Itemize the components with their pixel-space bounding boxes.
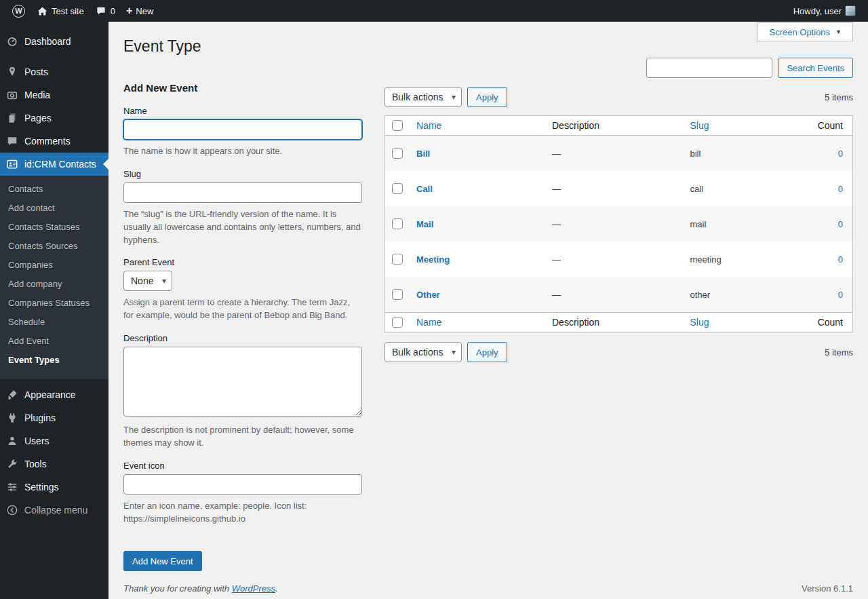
sidebar-item-appearance[interactable]: Appearance xyxy=(0,383,108,406)
search-input[interactable] xyxy=(646,58,772,78)
row-select-cell xyxy=(385,206,410,241)
comment-bubble-icon xyxy=(95,5,107,17)
event-types-table: Name Description Slug Count Bill — xyxy=(384,115,853,332)
sidebar-item-label: Settings xyxy=(24,482,59,492)
sidebar-item-tools[interactable]: Tools xyxy=(0,452,108,476)
sidebar-item-posts[interactable]: Posts xyxy=(0,60,108,83)
submenu-item-contacts-statuses[interactable]: Contacts Statuses xyxy=(0,218,108,237)
name-input[interactable] xyxy=(123,119,362,140)
count-link[interactable]: 0 xyxy=(838,254,843,265)
sidebar-item-settings[interactable]: Settings xyxy=(0,476,108,499)
sort-slug-link[interactable]: Slug xyxy=(690,120,709,131)
collapse-menu-button[interactable]: Collapse menu xyxy=(0,499,108,522)
apply-button[interactable]: Apply xyxy=(467,87,507,107)
column-footer-description: Description xyxy=(545,313,684,332)
sidebar-item-label: Plugins xyxy=(24,412,56,423)
event-icon-label: Event icon xyxy=(123,461,362,471)
event-type-link[interactable]: Other xyxy=(416,290,440,300)
table-row: Other — other 0 xyxy=(385,277,853,313)
submenu-item-contacts-sources[interactable]: Contacts Sources xyxy=(0,237,108,256)
wordpress-link[interactable]: WordPress xyxy=(232,583,275,594)
sort-name-link[interactable]: Name xyxy=(416,120,441,131)
collapse-menu-label: Collapse menu xyxy=(24,505,87,516)
column-footer-slug: Slug xyxy=(684,313,806,332)
comments-menu[interactable]: 0 xyxy=(90,0,121,22)
table-row: Bill — bill 0 xyxy=(385,136,853,172)
page-title: Event Type xyxy=(123,36,853,56)
submenu-item-add-event[interactable]: Add Event xyxy=(0,332,108,351)
parent-event-label: Parent Event xyxy=(123,257,362,267)
wordpress-logo-menu[interactable]: W xyxy=(7,0,31,22)
row-checkbox[interactable] xyxy=(392,254,403,265)
row-name-cell: Call xyxy=(410,171,545,206)
row-description-cell: — xyxy=(545,136,684,172)
row-description-cell: — xyxy=(545,241,684,277)
site-name: Test site xyxy=(52,6,84,16)
row-checkbox[interactable] xyxy=(392,183,403,194)
search-events-button[interactable]: Search Events xyxy=(778,58,853,78)
account-menu[interactable]: Howdy, user xyxy=(788,0,861,22)
event-type-link[interactable]: Mail xyxy=(416,219,433,229)
sidebar-item-plugins[interactable]: Plugins xyxy=(0,406,108,429)
name-help: The name is how it appears on your site. xyxy=(123,145,362,158)
event-type-link[interactable]: Meeting xyxy=(416,254,450,265)
count-link[interactable]: 0 xyxy=(838,290,843,300)
add-event-form: Add New Event Name The name is how it ap… xyxy=(123,58,362,571)
apply-button[interactable]: Apply xyxy=(467,342,507,362)
slug-label: Slug xyxy=(123,169,362,179)
sidebar-item-crm-contacts[interactable]: id:CRM Contacts xyxy=(0,153,108,176)
select-all-checkbox[interactable] xyxy=(392,317,403,328)
row-description-cell: — xyxy=(545,277,684,313)
row-checkbox[interactable] xyxy=(392,289,403,300)
admin-footer: Thank you for creating with WordPress. V… xyxy=(123,583,853,594)
count-link[interactable]: 0 xyxy=(838,149,843,159)
description-textarea[interactable] xyxy=(123,347,362,417)
admin-sidebar: Dashboard Posts Media Pages Comments xyxy=(0,22,108,599)
description-help: The description is not prominent by defa… xyxy=(123,424,362,450)
select-all-checkbox[interactable] xyxy=(392,120,403,131)
row-description-cell: — xyxy=(545,171,684,206)
column-header-count: Count xyxy=(806,116,853,136)
sort-name-link[interactable]: Name xyxy=(416,317,441,328)
version-text: Version 6.1.1 xyxy=(802,583,853,594)
bulk-actions-select[interactable]: Bulk actions xyxy=(384,87,462,107)
submenu-item-event-types[interactable]: Event Types xyxy=(0,351,108,370)
count-link[interactable]: 0 xyxy=(838,219,843,229)
column-header-name: Name xyxy=(410,116,545,136)
screen-options-button[interactable]: Screen Options ▼ xyxy=(757,22,853,41)
submenu-item-schedule[interactable]: Schedule xyxy=(0,313,108,332)
event-icon-input[interactable] xyxy=(123,474,362,495)
table-footer-row: Name Description Slug Count xyxy=(385,313,853,332)
wordpress-admin: W Test site 0 + New Howdy, user xyxy=(0,0,868,599)
submenu-item-add-contact[interactable]: Add contact xyxy=(0,199,108,218)
submenu-item-companies-statuses[interactable]: Companies Statuses xyxy=(0,294,108,313)
submenu-item-contacts[interactable]: Contacts xyxy=(0,180,108,199)
sidebar-item-media[interactable]: Media xyxy=(0,83,108,107)
plus-icon: + xyxy=(126,5,132,16)
sliders-icon xyxy=(5,480,19,494)
bulk-actions-select[interactable]: Bulk actions xyxy=(384,342,462,362)
event-type-link[interactable]: Bill xyxy=(416,149,430,159)
site-menu[interactable]: Test site xyxy=(31,0,90,22)
table-row: Meeting — meeting 0 xyxy=(385,241,853,277)
slug-input[interactable] xyxy=(123,182,362,203)
sidebar-item-comments[interactable]: Comments xyxy=(0,130,108,153)
sidebar-item-dashboard[interactable]: Dashboard xyxy=(0,30,108,53)
paintbrush-icon xyxy=(5,388,19,402)
add-new-event-button[interactable]: Add New Event xyxy=(123,551,202,571)
row-checkbox[interactable] xyxy=(392,218,403,229)
row-checkbox[interactable] xyxy=(392,148,403,159)
bulk-actions-top: Bulk actions ▾ Apply 5 items xyxy=(384,87,853,107)
sidebar-item-label: Dashboard xyxy=(24,36,71,47)
sidebar-item-users[interactable]: Users xyxy=(0,429,108,452)
collapse-arrow-icon xyxy=(5,503,19,517)
parent-event-select[interactable]: None xyxy=(123,271,172,291)
row-name-cell: Other xyxy=(410,277,545,313)
new-content-menu[interactable]: + New xyxy=(121,0,159,22)
event-type-link[interactable]: Call xyxy=(416,184,433,194)
sidebar-item-pages[interactable]: Pages xyxy=(0,107,108,130)
sort-slug-link[interactable]: Slug xyxy=(690,317,709,328)
submenu-item-add-company[interactable]: Add company xyxy=(0,275,108,294)
count-link[interactable]: 0 xyxy=(838,184,843,194)
submenu-item-companies[interactable]: Companies xyxy=(0,256,108,275)
